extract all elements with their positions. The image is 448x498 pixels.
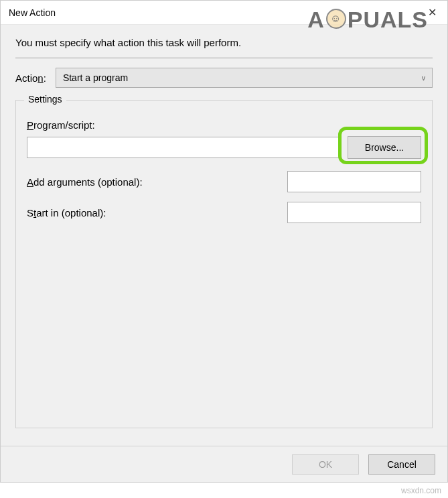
cancel-button[interactable]: Cancel [368,454,435,475]
startin-input[interactable] [287,202,421,223]
divider [15,58,433,58]
arguments-label: Add arguments (optional): [27,176,287,188]
ok-button: OK [292,454,359,475]
chevron-down-icon: v [422,74,425,82]
startin-row: Start in (optional): [27,202,421,223]
arguments-input[interactable] [287,171,421,192]
close-icon: ✕ [428,6,437,19]
action-label: Action: [15,72,46,84]
program-script-input[interactable] [27,137,341,158]
watermark-text: wsxdn.com [401,486,441,495]
button-bar: OK Cancel [1,446,447,482]
arguments-row: Add arguments (optional): [27,171,421,192]
face-icon: ☺ [326,9,346,29]
new-action-dialog: New Action ✕ You must specify what actio… [0,0,448,483]
watermark-logo: A ☺ PUALS [307,7,428,33]
settings-legend: Settings [24,94,66,105]
action-row: Action: Start a program v [15,68,433,88]
browse-button[interactable]: Browse... [348,136,421,159]
action-dropdown[interactable]: Start a program v [56,68,433,88]
window-title: New Action [9,7,56,18]
startin-label: Start in (optional): [27,207,287,219]
settings-fieldset: Settings Program/script: Browse... Add a… [15,100,433,428]
program-script-label: Program/script: [27,119,421,131]
dialog-content: You must specify what action this task w… [1,25,447,446]
action-dropdown-value: Start a program [63,72,422,83]
instruction-text: You must specify what action this task w… [15,37,433,48]
